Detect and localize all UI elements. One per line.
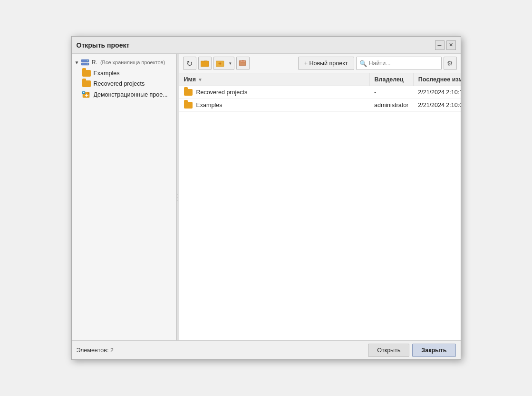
table-row[interactable]: Examples administrator 2/21/2024 2:10:05… <box>179 99 461 112</box>
demo-project-icon <box>82 91 91 99</box>
sidebar-root-item[interactable]: ▼ R. (Все хранилища проектов) <box>72 57 176 68</box>
new-folder-button[interactable] <box>198 57 212 70</box>
minimize-button[interactable]: ─ <box>435 40 445 50</box>
divider-handle: · · · <box>175 193 180 201</box>
refresh-icon: ↻ <box>186 59 193 68</box>
row-name-label: Recovered projects <box>196 89 248 96</box>
sort-arrow-icon: ▼ <box>198 77 203 82</box>
main-panel: ↻ <box>179 54 461 340</box>
svg-rect-14 <box>241 61 245 62</box>
toolbar: ↻ <box>179 54 461 73</box>
sidebar-item-examples[interactable]: Examples <box>72 68 176 79</box>
cell-owner: - <box>369 86 413 99</box>
col-modified-header[interactable]: Последнее изменение <box>413 73 460 86</box>
cell-name: Recovered projects <box>179 86 370 99</box>
dropdown-arrow-icon: ▾ <box>229 61 232 66</box>
sidebar-item-examples-label: Examples <box>94 70 120 77</box>
svg-rect-11 <box>219 64 222 65</box>
sidebar-root-label: R. <box>91 59 97 66</box>
import-icon <box>239 59 247 67</box>
close-button[interactable]: ✕ <box>446 40 456 50</box>
gear-icon: ⚙ <box>447 59 453 67</box>
col-name-header[interactable]: Имя ▼ <box>179 73 370 86</box>
sidebar-item-demo[interactable]: Демонстрационные прое... <box>72 89 176 100</box>
new-project-button[interactable]: + Новый проект <box>298 57 354 70</box>
settings-button[interactable]: ⚙ <box>444 57 457 70</box>
search-box: 🔍 <box>356 57 442 70</box>
sidebar: ▼ R. (Все хранилища проектов) Examples R… <box>72 54 176 340</box>
dialog-footer: Элементов: 2 Открыть Закрыть <box>72 340 461 359</box>
svg-rect-8 <box>201 61 204 62</box>
search-input[interactable] <box>369 60 438 67</box>
sidebar-root-subtitle: (Все хранилища проектов) <box>100 59 165 65</box>
cancel-button[interactable]: Закрыть <box>412 344 455 357</box>
import-button[interactable] <box>236 57 250 70</box>
server-icon <box>81 59 89 66</box>
folder-dropdown-button[interactable]: ▾ <box>227 57 234 70</box>
open-project-dialog: Открыть проект ─ ✕ ▼ R. (Все хранилища п… <box>71 36 461 360</box>
folder-action-button[interactable] <box>213 57 227 70</box>
expand-arrow-icon: ▼ <box>75 60 79 65</box>
sidebar-item-recovered-label: Recovered projects <box>94 80 145 87</box>
search-icon: 🔍 <box>359 60 367 67</box>
dialog-title: Открыть проект <box>77 41 130 49</box>
refresh-button[interactable]: ↻ <box>183 57 196 70</box>
row-folder-icon <box>184 102 193 109</box>
folder-icon <box>82 80 91 87</box>
svg-point-3 <box>87 64 88 65</box>
col-owner-header[interactable]: Владелец <box>369 73 413 86</box>
cell-owner: administrator <box>369 99 413 112</box>
open-button[interactable]: Открыть <box>368 344 409 357</box>
row-name-label: Examples <box>196 102 222 109</box>
cell-name: Examples <box>179 99 370 112</box>
table-row[interactable]: Recovered projects - 2/21/2024 2:10:15 P… <box>179 86 461 99</box>
folder-icon <box>82 70 91 77</box>
title-bar: Открыть проект ─ ✕ <box>72 37 461 54</box>
projects-table: Имя ▼ Владелец Последнее изменение <box>179 73 461 112</box>
footer-buttons: Открыть Закрыть <box>368 344 455 357</box>
svg-point-2 <box>87 60 88 61</box>
cell-modified: 2/21/2024 2:10:05 PM <box>413 99 460 112</box>
folder-colored-icon <box>216 59 224 67</box>
title-bar-controls: ─ ✕ <box>435 40 456 50</box>
sidebar-item-demo-label: Демонстрационные прое... <box>94 91 168 98</box>
file-table-container: Имя ▼ Владелец Последнее изменение <box>179 73 461 340</box>
items-count: Элементов: 2 <box>77 347 114 354</box>
sidebar-item-recovered[interactable]: Recovered projects <box>72 79 176 89</box>
dialog-body: ▼ R. (Все хранилища проектов) Examples R… <box>72 54 461 340</box>
folder-add-icon <box>201 59 209 67</box>
cell-modified: 2/21/2024 2:10:15 PM <box>413 86 460 99</box>
row-folder-icon <box>184 89 193 96</box>
